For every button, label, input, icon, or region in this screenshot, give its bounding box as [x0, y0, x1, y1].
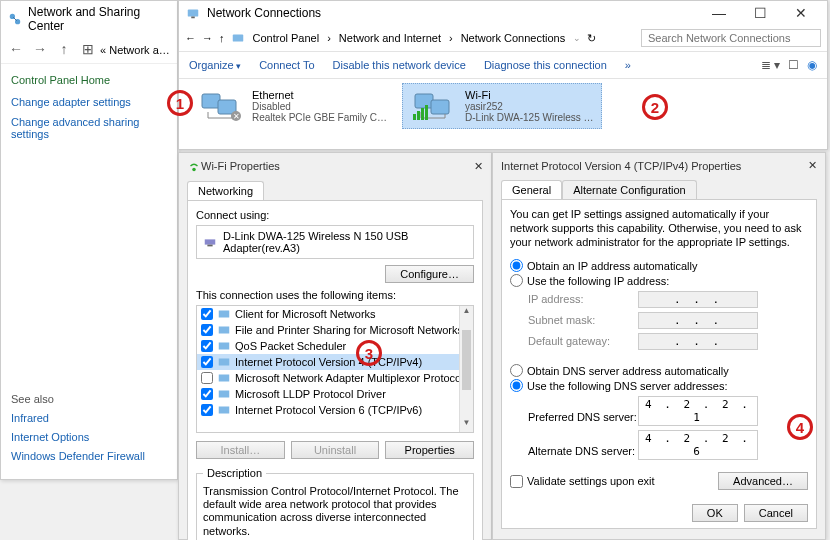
wifi-properties-dialog: Wi-Fi Properties ✕ Networking Connect us… — [178, 152, 492, 540]
more-actions[interactable]: » — [625, 59, 631, 71]
firewall-link[interactable]: Windows Defender Firewall — [11, 450, 145, 462]
change-advanced-sharing-link[interactable]: Change advanced sharing settings — [11, 116, 167, 140]
conn-name: Wi-Fi — [465, 89, 594, 101]
ip-manual-radio[interactable] — [510, 274, 523, 287]
item-checkbox[interactable] — [201, 340, 213, 352]
up-icon[interactable]: ↑ — [219, 32, 225, 44]
cp-home-link[interactable]: Control Panel Home — [11, 74, 167, 86]
breadcrumb-cp[interactable]: Control Panel — [253, 32, 320, 44]
close-button[interactable]: ✕ — [808, 159, 817, 172]
see-also: See also Infrared Internet Options Windo… — [11, 393, 145, 469]
install-button[interactable]: Install… — [196, 441, 285, 459]
subnet-field: . . . — [638, 312, 758, 329]
title-text: Network Connections — [207, 6, 321, 20]
titlebar: Wi-Fi Properties ✕ — [179, 153, 491, 179]
tab-networking[interactable]: Networking — [187, 181, 264, 200]
item-checkbox[interactable] — [201, 324, 213, 336]
breadcrumb-net-internet[interactable]: Network and Internet — [339, 32, 441, 44]
item-checkbox[interactable] — [201, 372, 213, 384]
pdns-field[interactable]: 4 . 2 . 2 . 1 — [638, 396, 758, 426]
connection-wifi[interactable]: Wi-Fi yasir252 D-Link DWA-125 Wireless … — [402, 83, 602, 129]
component-icon — [217, 371, 231, 385]
configure-button[interactable]: Configure… — [385, 265, 474, 283]
cancel-button[interactable]: Cancel — [744, 504, 808, 522]
svg-rect-19 — [219, 327, 230, 334]
conn-device: Realtek PCIe GBE Family C… — [252, 112, 387, 123]
help-icon[interactable]: ◉ — [807, 58, 817, 72]
validate-checkbox[interactable] — [510, 475, 523, 488]
window-controls: — ☐ ✕ — [699, 5, 821, 21]
breadcrumb-net-conn[interactable]: Network Connections — [461, 32, 566, 44]
svg-rect-5 — [202, 94, 220, 108]
tab-body: You can get IP settings assigned automat… — [501, 199, 817, 529]
search-input[interactable] — [641, 29, 821, 47]
item-label: Microsoft Network Adapter Multiplexor Pr… — [235, 372, 464, 384]
tab-general[interactable]: General — [501, 180, 562, 199]
minimize-button[interactable]: — — [699, 5, 739, 21]
scroll-down-icon[interactable]: ▼ — [460, 418, 473, 432]
back-icon[interactable]: ← — [7, 41, 25, 59]
refresh-icon[interactable]: ↻ — [587, 32, 596, 45]
organize-menu[interactable]: Organize — [189, 59, 241, 71]
preview-pane-icon[interactable]: ☐ — [788, 58, 799, 72]
dns-auto-radio[interactable] — [510, 364, 523, 377]
infrared-link[interactable]: Infrared — [11, 412, 145, 424]
tab-alt-config[interactable]: Alternate Configuration — [562, 180, 697, 199]
scrollbar[interactable]: ▲ ▼ — [459, 306, 473, 432]
forward-icon[interactable]: → — [31, 41, 49, 59]
svg-rect-13 — [421, 108, 424, 120]
annotation-4: 4 — [787, 414, 813, 440]
disable-device-action[interactable]: Disable this network device — [333, 59, 466, 71]
ok-button[interactable]: OK — [692, 504, 738, 522]
adapter-name: D-Link DWA-125 Wireless N 150 USB Adapte… — [223, 230, 467, 254]
item-checkbox[interactable] — [201, 356, 213, 368]
svg-rect-2 — [188, 10, 199, 17]
item-label: Internet Protocol Version 4 (TCP/IPv4) — [235, 356, 422, 368]
close-button[interactable]: ✕ — [474, 160, 483, 173]
forward-icon[interactable]: → — [202, 32, 213, 44]
item-checkbox[interactable] — [201, 388, 213, 400]
dns-manual-radio[interactable] — [510, 379, 523, 392]
item-checkbox[interactable] — [201, 308, 213, 320]
adapter-icon — [203, 235, 217, 249]
adns-field[interactable]: 4 . 2 . 2 . 6 — [638, 430, 758, 460]
scroll-thumb[interactable] — [462, 330, 471, 390]
ethernet-icon: ✕ — [196, 88, 244, 124]
change-adapter-settings-link[interactable]: Change adapter settings — [11, 96, 167, 108]
up-icon[interactable]: ↑ — [55, 41, 73, 59]
list-item[interactable]: File and Printer Sharing for Microsoft N… — [197, 322, 473, 338]
connect-to-action[interactable]: Connect To — [259, 59, 314, 71]
list-item[interactable]: Internet Protocol Version 4 (TCP/IPv4) — [197, 354, 473, 370]
item-checkbox[interactable] — [201, 404, 213, 416]
adns-label: Alternate DNS server: — [528, 445, 638, 457]
close-button[interactable]: ✕ — [781, 5, 821, 21]
maximize-button[interactable]: ☐ — [740, 5, 780, 21]
advanced-button[interactable]: Advanced… — [718, 472, 808, 490]
back-icon[interactable]: ← — [185, 32, 196, 44]
internet-options-link[interactable]: Internet Options — [11, 431, 145, 443]
svg-rect-20 — [219, 343, 230, 350]
component-icon — [217, 323, 231, 337]
ip-auto-label: Obtain an IP address automatically — [527, 260, 697, 272]
uninstall-button[interactable]: Uninstall — [291, 441, 380, 459]
connection-ethernet[interactable]: ✕ Ethernet Disabled Realtek PCIe GBE Fam… — [189, 83, 394, 129]
list-item[interactable]: Client for Microsoft Networks — [197, 306, 473, 322]
component-icon — [217, 339, 231, 353]
properties-button[interactable]: Properties — [385, 441, 474, 459]
list-item[interactable]: Microsoft Network Adapter Multiplexor Pr… — [197, 370, 473, 386]
diagnose-action[interactable]: Diagnose this connection — [484, 59, 607, 71]
ip-auto-radio[interactable] — [510, 259, 523, 272]
svg-rect-4 — [232, 35, 243, 42]
address-bar: ← → ↑ Control Panel › Network and Intern… — [179, 25, 827, 52]
list-item[interactable]: Microsoft LLDP Protocol Driver — [197, 386, 473, 402]
network-icon — [7, 11, 22, 27]
ipv4-properties-dialog: Internet Protocol Version 4 (TCP/IPv4) P… — [492, 152, 826, 540]
scroll-up-icon[interactable]: ▲ — [460, 306, 473, 320]
connection-list: ✕ Ethernet Disabled Realtek PCIe GBE Fam… — [179, 79, 827, 133]
list-item[interactable]: QoS Packet Scheduler — [197, 338, 473, 354]
view-menu-icon[interactable]: ≣ ▾ — [761, 58, 780, 72]
breadcrumb: ⊞ « Network a… — [79, 41, 170, 59]
list-item[interactable]: Internet Protocol Version 6 (TCP/IPv6) — [197, 402, 473, 418]
conn-name: Ethernet — [252, 89, 387, 101]
components-list[interactable]: Client for Microsoft NetworksFile and Pr… — [196, 305, 474, 433]
